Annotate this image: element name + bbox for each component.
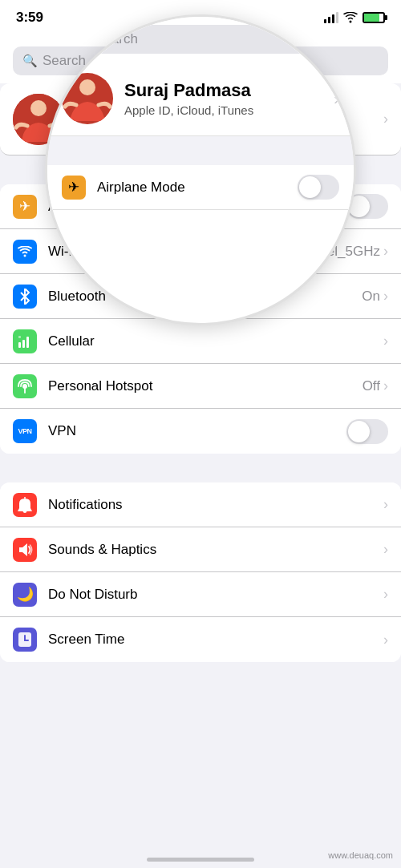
watermark: www.deuaq.com [328,850,393,860]
svg-rect-6 [26,337,29,348]
cellular-label: Cellular [48,333,383,349]
search-icon: 🔍 [22,54,38,68]
wifi-row-icon [13,240,37,264]
svg-rect-5 [22,340,25,348]
status-time: 3:59 [16,10,43,26]
hotspot-row[interactable]: Personal Hotspot Off › [0,364,401,409]
sounds-label: Sounds & Haptics [48,542,383,558]
general-group: Notifications › Sounds & Haptics › 🌙 Do … [0,482,401,662]
vpn-label: VPN [48,423,346,439]
notifications-chevron: › [383,496,388,513]
screen-time-row[interactable]: Screen Time › [0,617,401,662]
svg-point-11 [79,79,95,95]
hotspot-icon [13,374,37,398]
airplane-mode-icon: ✈ [13,195,37,219]
notifications-icon [13,493,37,517]
bluetooth-chevron: › [383,288,388,305]
cellular-icon [13,329,37,353]
bluetooth-icon [13,285,37,309]
cellular-chevron: › [383,333,388,349]
svg-rect-4 [18,342,21,348]
dnd-label: Do Not Disturb [48,587,383,603]
sounds-icon [13,538,37,562]
magnify-circle: 🔍 Search Suraj Padmasa Apple ID, iCloud,… [45,14,356,325]
vpn-row[interactable]: VPN VPN [0,409,401,454]
cellular-row[interactable]: Cellular › [0,319,401,364]
svg-rect-7 [18,336,21,338]
hotspot-value: Off [363,378,380,394]
screen-time-chevron: › [383,632,388,648]
magnify-search-text: Search [95,31,138,47]
magnify-profile-name: Suraj Padmasa [124,80,322,101]
dnd-chevron: › [383,586,388,603]
bluetooth-value: On [362,289,380,305]
profile-chevron: › [383,111,388,127]
dnd-icon: 🌙 [13,583,37,607]
vpn-toggle[interactable] [346,419,388,444]
screen-time-label: Screen Time [48,632,383,648]
battery-icon [363,12,385,23]
svg-point-3 [24,254,26,256]
sounds-chevron: › [383,541,388,558]
notifications-row[interactable]: Notifications › [0,482,401,527]
notifications-label: Notifications [48,497,383,513]
home-indicator [147,858,254,862]
wifi-chevron: › [383,243,388,260]
hotspot-label: Personal Hotspot [48,378,363,394]
magnify-profile-subtitle: Apple ID, iCloud, iTunes [124,103,322,117]
hotspot-chevron: › [383,377,388,394]
vpn-icon: VPN [13,419,37,443]
svg-point-2 [30,100,47,116]
dnd-row[interactable]: 🌙 Do Not Disturb › [0,572,401,617]
screen-time-icon [13,628,37,652]
sounds-row[interactable]: Sounds & Haptics › [0,527,401,572]
